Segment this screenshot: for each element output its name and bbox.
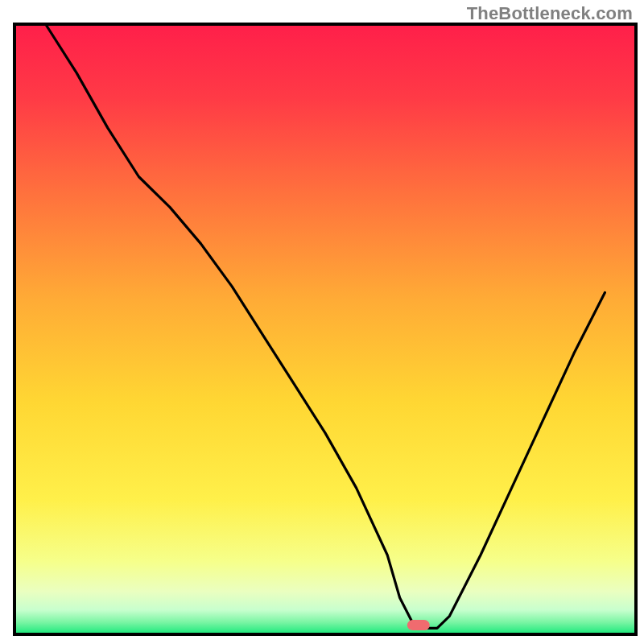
- bottleneck-chart: [0, 0, 644, 644]
- chart-frame: TheBottleneck.com: [0, 0, 644, 644]
- watermark-text: TheBottleneck.com: [467, 3, 633, 24]
- optimal-point-marker: [407, 620, 430, 630]
- plot-area: [14, 24, 636, 634]
- plot-background: [14, 24, 636, 634]
